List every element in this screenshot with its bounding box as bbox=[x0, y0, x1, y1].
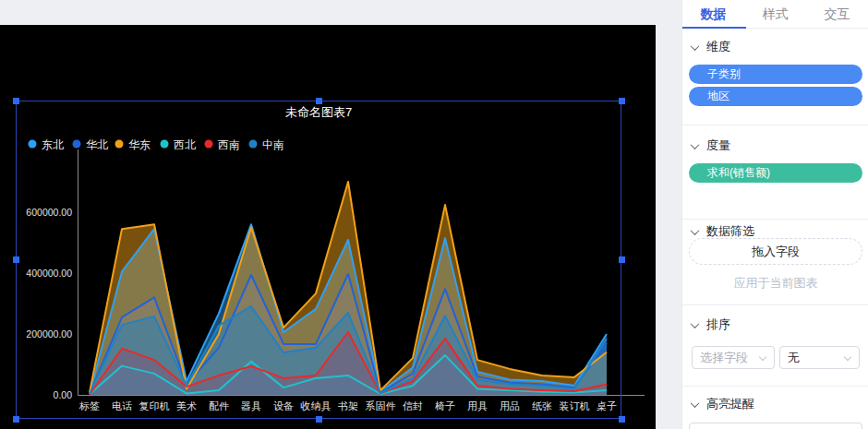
section-title: 高亮提醒 bbox=[706, 396, 754, 412]
panel-tabs: 数据 样式 交互 bbox=[682, 0, 868, 29]
x-tick-label: 纸张 bbox=[532, 400, 552, 411]
section-header-filter[interactable]: 数据筛选 bbox=[692, 224, 754, 239]
sort-order-value: 无 bbox=[788, 351, 800, 364]
y-tick-label: 600000.00 bbox=[26, 207, 72, 218]
selection-handle-left-middle[interactable] bbox=[13, 256, 19, 263]
section-header-measure[interactable]: 度量 bbox=[692, 138, 730, 153]
selection-handle-top-middle[interactable] bbox=[316, 98, 322, 104]
x-tick-label: 电话 bbox=[112, 400, 132, 411]
x-tick-label: 信封 bbox=[403, 400, 423, 411]
x-tick-label: 椅子 bbox=[435, 400, 455, 411]
x-tick-label: 美术 bbox=[176, 400, 197, 411]
section-title: 维度 bbox=[706, 39, 730, 55]
x-tick-label: 装订机 bbox=[560, 400, 590, 411]
chevron-down-icon bbox=[759, 353, 766, 361]
y-tick-label: 0.00 bbox=[54, 389, 73, 400]
sort-order-select[interactable]: 无 bbox=[779, 346, 860, 369]
selection-handle-bottom-middle[interactable] bbox=[316, 416, 322, 423]
y-tick-label: 200000.00 bbox=[26, 328, 72, 340]
x-tick-label: 书架 bbox=[338, 400, 358, 411]
dimension-chip-subcategory[interactable]: 子类别 bbox=[689, 65, 862, 84]
filter-field-dropzone[interactable]: 拖入字段 bbox=[689, 238, 862, 265]
selection-handle-right-middle[interactable] bbox=[619, 256, 625, 263]
divider bbox=[682, 386, 868, 387]
sort-field-placeholder: 选择字段 bbox=[700, 351, 748, 364]
chevron-down-icon bbox=[691, 42, 700, 51]
chart-title: 未命名图表7 bbox=[285, 105, 352, 119]
chevron-down-icon bbox=[691, 140, 700, 149]
legend-dot-2 bbox=[115, 140, 124, 149]
section-header-highlight[interactable]: 高亮提醒 bbox=[692, 397, 754, 411]
y-tick-label: 400000.00 bbox=[26, 268, 72, 279]
tab-interaction[interactable]: 交互 bbox=[806, 0, 868, 29]
x-tick-label: 用品 bbox=[500, 400, 520, 411]
tab-style[interactable]: 样式 bbox=[744, 0, 806, 29]
chevron-down-icon bbox=[691, 399, 700, 408]
section-header-dimension[interactable]: 维度 bbox=[692, 40, 730, 54]
chevron-down-icon bbox=[691, 226, 700, 235]
legend-dot-3 bbox=[161, 140, 169, 149]
legend-dot-4 bbox=[205, 140, 213, 149]
x-tick-label: 收纳具 bbox=[301, 400, 332, 411]
editor-stage: 0.00200000.00400000.00600000.00标签电话复印机美术… bbox=[0, 0, 681, 429]
divider bbox=[682, 125, 868, 125]
x-tick-label: 复印机 bbox=[139, 400, 170, 411]
selection-handle-top-right[interactable] bbox=[619, 98, 625, 104]
legend-item-3[interactable]: 西北 bbox=[174, 138, 196, 151]
x-tick-label: 系固件 bbox=[366, 400, 396, 411]
sort-field-select[interactable]: 选择字段 bbox=[692, 346, 775, 369]
legend-item-0[interactable]: 东北 bbox=[42, 138, 64, 151]
area-chart-widget[interactable]: 0.00200000.00400000.00600000.00标签电话复印机美术… bbox=[0, 25, 656, 429]
selection-handle-top-left[interactable] bbox=[13, 98, 19, 104]
tab-data[interactable]: 数据 bbox=[682, 0, 744, 29]
highlight-config-box[interactable] bbox=[689, 423, 862, 429]
section-header-sort[interactable]: 排序 bbox=[692, 317, 730, 332]
legend-dot-1 bbox=[73, 140, 81, 149]
legend-dot-5 bbox=[249, 140, 258, 149]
selection-handle-bottom-left[interactable] bbox=[13, 416, 19, 423]
legend-item-1[interactable]: 华北 bbox=[86, 138, 108, 151]
legend-item-5[interactable]: 中南 bbox=[262, 138, 284, 151]
selection-handle-bottom-right[interactable] bbox=[619, 416, 625, 423]
x-tick-label: 桌子 bbox=[597, 400, 617, 411]
properties-panel: 数据 样式 交互 维度 子类别 地区 度量 求和(销售额) 数据筛选 拖入字段 … bbox=[681, 0, 868, 429]
section-title: 度量 bbox=[706, 137, 730, 154]
section-title: 排序 bbox=[706, 316, 730, 333]
divider bbox=[682, 219, 868, 220]
chevron-down-icon bbox=[691, 319, 700, 328]
active-tab-underline bbox=[682, 27, 746, 29]
x-tick-label: 用具 bbox=[467, 400, 488, 411]
x-tick-label: 配件 bbox=[209, 400, 229, 411]
measure-chip-sum-sales[interactable]: 求和(销售额) bbox=[689, 163, 862, 183]
dashboard-canvas[interactable]: 0.00200000.00400000.00600000.00标签电话复印机美术… bbox=[0, 25, 656, 429]
legend-dot-0 bbox=[29, 140, 37, 149]
divider bbox=[682, 304, 868, 305]
filter-scope-hint: 应用于当前图表 bbox=[682, 275, 868, 292]
bi-chart-editor: 0.00200000.00400000.00600000.00标签电话复印机美术… bbox=[0, 0, 868, 429]
x-tick-label: 设备 bbox=[273, 400, 294, 411]
chevron-down-icon bbox=[844, 353, 851, 361]
dimension-chip-region[interactable]: 地区 bbox=[689, 87, 862, 106]
legend-item-4[interactable]: 西南 bbox=[218, 138, 240, 151]
x-tick-label: 器具 bbox=[241, 400, 261, 411]
x-tick-label: 标签 bbox=[78, 400, 100, 411]
legend-item-2[interactable]: 华东 bbox=[128, 138, 151, 151]
